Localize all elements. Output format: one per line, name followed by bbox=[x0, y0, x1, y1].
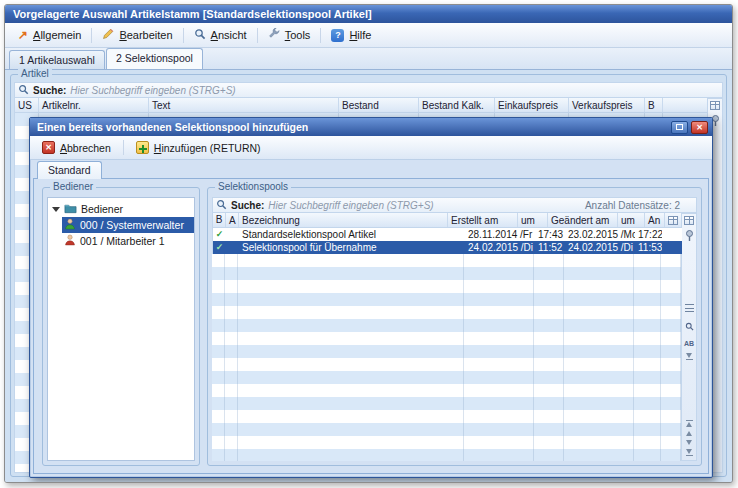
user-icon bbox=[64, 234, 76, 248]
column-header-artikelnr[interactable]: Artikelnr. bbox=[39, 98, 149, 112]
grid-options-icon[interactable] bbox=[684, 216, 694, 225]
column-header-bezeichnung[interactable]: Bezeichnung bbox=[239, 213, 448, 227]
jump-arrow-icon: ↗ bbox=[18, 30, 28, 40]
column-header-bestand-kalk[interactable]: Bestand Kalk. bbox=[419, 98, 495, 112]
window-title: Vorgelagerte Auswahl Artikelstamm [Stand… bbox=[13, 8, 372, 20]
column-header-us[interactable]: US bbox=[15, 98, 39, 112]
cell-bezeichnung: Standardselektionspool Artikel bbox=[239, 228, 465, 241]
menu-item-ansicht[interactable]: Ansicht bbox=[185, 24, 256, 46]
main-tab-strip: 1 Artikelauswahl 2 Selektionspool bbox=[5, 48, 732, 69]
table-row-selektionspool-uebernahme[interactable]: ✓ Selektionspool für Übernahme 24.02.201… bbox=[212, 241, 682, 254]
cell-geaendert-um: 11:53 bbox=[635, 241, 662, 254]
dialog-titlebar[interactable]: Einen bereits vorhandenen Selektionspool… bbox=[30, 118, 712, 136]
window-titlebar[interactable]: Vorgelagerte Auswahl Artikelstamm [Stand… bbox=[5, 5, 732, 23]
dialog-toolbar: ✕ Abbrechen Hinzufügen (RETURN) bbox=[30, 136, 712, 160]
menu-separator bbox=[257, 28, 258, 43]
zoom-search-icon[interactable] bbox=[685, 317, 694, 335]
column-header-einkaufspreis[interactable]: Einkaufspreis bbox=[495, 98, 569, 112]
column-header-geaendert-am[interactable]: Geändert am bbox=[548, 213, 618, 227]
pools-side-toolbar: AB bbox=[682, 213, 697, 461]
menu-item-bearbeiten[interactable]: Bearbeiten bbox=[93, 24, 181, 46]
menu-separator bbox=[320, 28, 321, 43]
table-row-standardselektionspool[interactable]: ✓ Standardselektionspool Artikel 28.11.2… bbox=[212, 228, 682, 241]
artikel-search-input[interactable]: Suche: Hier Suchbegriff eingeben (STRG+S… bbox=[14, 82, 723, 98]
column-chooser-button[interactable] bbox=[665, 213, 681, 227]
cell-geaendert-am: 23.02.2015 /Mo bbox=[565, 228, 635, 241]
tab-artikelauswahl[interactable]: 1 Artikelauswahl bbox=[9, 50, 105, 69]
tree-expander-icon[interactable] bbox=[52, 207, 60, 212]
add-button-label: Hinzufügen (RETURN) bbox=[154, 142, 261, 154]
column-header-um1[interactable]: um bbox=[518, 213, 548, 227]
restore-icon bbox=[676, 124, 683, 130]
row-check-icon: ✓ bbox=[213, 228, 226, 241]
close-button[interactable]: ✕ bbox=[691, 121, 708, 134]
selektionspools-group-label: Selektionspools bbox=[215, 181, 291, 193]
search-label: Suche: bbox=[33, 85, 66, 96]
menu-item-label: Tools bbox=[285, 29, 311, 41]
add-selektionspool-dialog: Einen bereits vorhandenen Selektionspool… bbox=[29, 117, 713, 478]
column-list-icon[interactable] bbox=[685, 304, 694, 312]
cancel-button[interactable]: ✕ Abbrechen bbox=[33, 138, 120, 157]
row-check-icon: ✓ bbox=[213, 241, 226, 254]
tools-icon bbox=[268, 28, 280, 42]
cell-geaendert-am: 24.02.2015 /Di bbox=[565, 241, 635, 254]
column-header-text[interactable]: Text bbox=[149, 98, 339, 112]
cell-erstellt-am: 28.11.2014 /Fr bbox=[465, 228, 535, 241]
column-header-um2[interactable]: um bbox=[618, 213, 645, 227]
artikel-group-label: Artikel bbox=[18, 68, 52, 80]
column-header-erstellt-am[interactable]: Erstellt am bbox=[448, 213, 518, 227]
cell-geaendert-um: 17:22 bbox=[635, 228, 662, 241]
app-window: Vorgelagerte Auswahl Artikelstamm [Stand… bbox=[4, 4, 733, 483]
column-header-bestand[interactable]: Bestand bbox=[339, 98, 419, 112]
menu-item-label: Ansicht bbox=[211, 29, 247, 41]
grid-options-icon bbox=[668, 216, 678, 225]
grid-options-icon[interactable] bbox=[710, 101, 720, 110]
menu-bar: ↗ Allgemein Bearbeiten Ansicht Tools ? H… bbox=[5, 23, 732, 48]
restore-button[interactable] bbox=[671, 121, 688, 134]
cancel-x-icon: ✕ bbox=[42, 141, 55, 154]
tree-node-label: Bediener bbox=[81, 203, 123, 215]
add-plus-icon bbox=[136, 141, 149, 154]
sort-ab-icon[interactable]: AB bbox=[684, 340, 694, 348]
go-previous-button[interactable] bbox=[686, 431, 692, 436]
folder-icon bbox=[64, 203, 77, 216]
search-icon bbox=[18, 84, 29, 97]
tree-node-systemverwalter[interactable]: 000 / Systemverwalter bbox=[62, 217, 194, 233]
column-header-an[interactable]: An bbox=[645, 213, 665, 227]
user-icon bbox=[64, 218, 76, 232]
help-icon: ? bbox=[331, 29, 344, 42]
column-header-a[interactable]: A bbox=[226, 213, 239, 227]
tab-standard[interactable]: Standard bbox=[37, 161, 102, 179]
column-header-verkaufspreis[interactable]: Verkaufspreis bbox=[569, 98, 645, 112]
pools-table-header: B A Bezeichnung Erstellt am um Geändert … bbox=[212, 213, 682, 228]
menu-item-hilfe[interactable]: ? Hilfe bbox=[322, 25, 380, 46]
menu-separator bbox=[183, 28, 184, 43]
pools-search-input[interactable]: Suche: Hier Suchbegriff eingeben (STRG+S… bbox=[212, 197, 697, 213]
column-header-b[interactable]: B bbox=[213, 213, 226, 227]
cell-bezeichnung: Selektionspool für Übernahme bbox=[239, 241, 465, 254]
go-last-button[interactable] bbox=[686, 449, 693, 456]
search-placeholder: Hier Suchbegriff eingeben (STRG+S) bbox=[268, 200, 433, 211]
column-header-filler bbox=[663, 98, 707, 112]
search-icon bbox=[216, 199, 227, 212]
jump-to-bottom-icon[interactable] bbox=[686, 353, 693, 360]
tree-node-mitarbeiter-1[interactable]: 001 / Mitarbeiter 1 bbox=[62, 233, 194, 249]
dialog-content: Bediener Bediener 000 / Systemverwalter … bbox=[33, 178, 709, 474]
tree-node-bediener[interactable]: Bediener bbox=[48, 201, 194, 217]
menu-item-allgemein[interactable]: ↗ Allgemein bbox=[9, 25, 90, 45]
bediener-groupbox: Bediener Bediener 000 / Systemverwalter … bbox=[42, 187, 200, 466]
record-count: Anzahl Datensätze: 2 bbox=[585, 200, 680, 211]
pin-icon[interactable] bbox=[685, 228, 694, 246]
menu-item-tools[interactable]: Tools bbox=[259, 24, 320, 46]
menu-separator bbox=[91, 28, 92, 43]
pools-table-filler bbox=[212, 254, 682, 461]
go-first-button[interactable] bbox=[686, 420, 693, 427]
add-button[interactable]: Hinzufügen (RETURN) bbox=[127, 138, 270, 157]
column-header-b[interactable]: B bbox=[645, 98, 663, 112]
toolbar-separator bbox=[123, 140, 124, 155]
magnifier-icon bbox=[194, 28, 206, 42]
tab-selektionspool[interactable]: 2 Selektionspool bbox=[106, 48, 203, 69]
cancel-button-label: Abbrechen bbox=[60, 142, 111, 154]
go-next-button[interactable] bbox=[686, 440, 692, 445]
menu-item-label: Hilfe bbox=[349, 29, 371, 41]
